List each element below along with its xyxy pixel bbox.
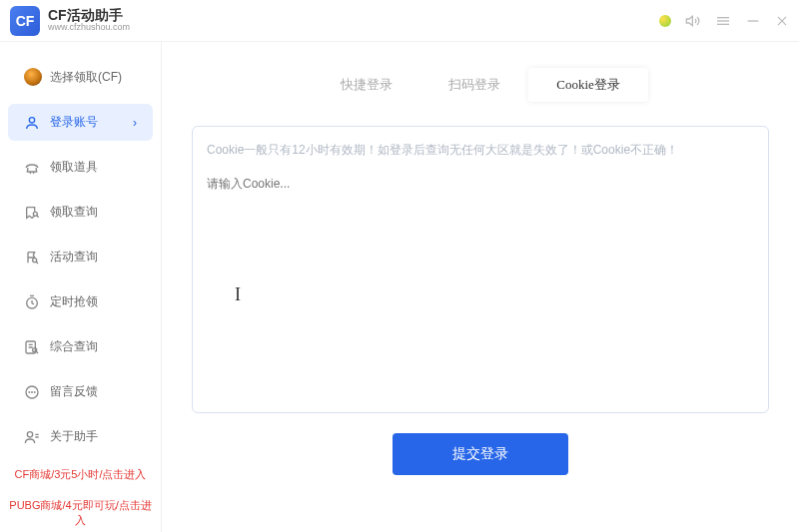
sidebar-item-general-query[interactable]: 综合查询 xyxy=(8,328,153,365)
svg-point-13 xyxy=(29,391,30,392)
sidebar-item-label: 活动查询 xyxy=(50,249,98,266)
activity-icon xyxy=(24,250,40,266)
main-area: 选择领取(CF) 登录账号 › 领取道具 领取查询 活动查询 xyxy=(0,42,799,532)
tab-cookie-login[interactable]: Cookie登录 xyxy=(528,68,648,102)
chevron-right-icon: › xyxy=(133,116,137,130)
about-icon xyxy=(24,429,40,445)
tool-icon xyxy=(24,160,40,176)
title-bar: CF CF活动助手 www.cfzhushou.com xyxy=(0,0,799,42)
sidebar-item-label: 关于助手 xyxy=(50,428,98,445)
sidebar-item-label: 选择领取(CF) xyxy=(50,69,122,86)
promo-link-cf[interactable]: CF商城/3元5小时/点击进入 xyxy=(0,459,161,490)
sidebar-item-select-collect[interactable]: 选择领取(CF) xyxy=(8,58,153,96)
user-icon xyxy=(24,115,40,131)
svg-point-6 xyxy=(29,117,34,122)
sidebar-item-feedback[interactable]: 留言反馈 xyxy=(8,373,153,410)
sidebar-item-about[interactable]: 关于助手 xyxy=(8,418,153,455)
lookup-icon xyxy=(24,205,40,221)
sidebar-item-activity-query[interactable]: 活动查询 xyxy=(8,239,153,275)
menu-icon[interactable] xyxy=(715,13,731,29)
sidebar-item-label: 综合查询 xyxy=(50,338,98,355)
minimize-icon[interactable] xyxy=(745,13,761,29)
app-title: CF活动助手 xyxy=(48,8,130,23)
sidebar-item-collect-query[interactable]: 领取查询 xyxy=(8,194,153,231)
app-url: www.cfzhushou.com xyxy=(48,23,130,33)
title-text-group: CF活动助手 www.cfzhushou.com xyxy=(48,8,130,33)
cookie-input-box[interactable]: Cookie一般只有12小时有效期！如登录后查询无任何大区就是失效了！或Cook… xyxy=(192,126,769,413)
submit-login-button[interactable]: 提交登录 xyxy=(393,433,568,475)
sound-icon[interactable] xyxy=(685,13,701,29)
text-cursor-icon: I xyxy=(235,284,241,305)
login-tabs: 快捷登录 扫码登录 Cookie登录 xyxy=(192,68,769,102)
sidebar-item-label: 领取查询 xyxy=(50,204,98,221)
title-actions xyxy=(659,13,789,29)
close-icon[interactable] xyxy=(775,14,789,28)
cookie-hint-text: Cookie一般只有12小时有效期！如登录后查询无任何大区就是失效了！或Cook… xyxy=(207,141,754,160)
status-indicator-icon xyxy=(659,15,671,27)
cookie-textarea[interactable] xyxy=(207,176,754,315)
sidebar-item-label: 登录账号 xyxy=(50,114,98,131)
sidebar: 选择领取(CF) 登录账号 › 领取道具 领取查询 活动查询 xyxy=(0,42,162,532)
search-icon xyxy=(24,339,40,355)
sidebar-item-label: 定时抢领 xyxy=(50,293,98,310)
sidebar-item-label: 留言反馈 xyxy=(50,383,98,400)
sidebar-item-label: 领取道具 xyxy=(50,159,98,176)
svg-point-15 xyxy=(34,391,35,392)
sidebar-item-timed-grab[interactable]: 定时抢领 xyxy=(8,283,153,320)
svg-point-16 xyxy=(27,431,32,436)
svg-point-14 xyxy=(32,391,33,392)
app-logo: CF xyxy=(10,6,40,36)
sidebar-item-login[interactable]: 登录账号 › xyxy=(8,104,153,141)
sidebar-item-collect-items[interactable]: 领取道具 xyxy=(8,149,153,186)
crown-icon xyxy=(24,68,42,86)
chat-icon xyxy=(24,384,40,400)
timer-icon xyxy=(24,294,40,310)
content-area: 快捷登录 扫码登录 Cookie登录 Cookie一般只有12小时有效期！如登录… xyxy=(162,42,799,532)
tab-scan-login[interactable]: 扫码登录 xyxy=(420,68,528,102)
tab-quick-login[interactable]: 快捷登录 xyxy=(313,68,420,102)
promo-link-pubg[interactable]: PUBG商城/4元即可玩/点击进入 xyxy=(0,490,161,532)
